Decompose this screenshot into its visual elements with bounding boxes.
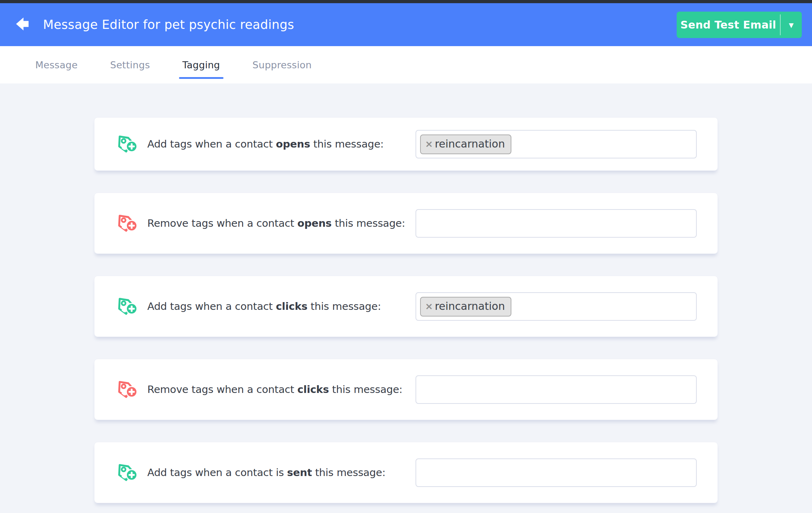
add-tags-on-sent-input[interactable] bbox=[416, 458, 697, 487]
tagging-settings-panel: Add tags when a contact opens this messa… bbox=[94, 83, 718, 503]
tab-bar: Message Settings Tagging Suppression bbox=[0, 46, 812, 83]
tag-remove-icon bbox=[114, 211, 139, 236]
card-add-tags-on-sent: Add tags when a contact is sent this mes… bbox=[94, 442, 718, 503]
chip-remove-icon[interactable]: × bbox=[425, 300, 433, 313]
remove-tags-on-open-input[interactable] bbox=[416, 209, 697, 238]
tag-chip: × reincarnation bbox=[420, 134, 511, 154]
tab-tagging[interactable]: Tagging bbox=[183, 60, 220, 70]
card-label: Add tags when a contact is sent this mes… bbox=[147, 467, 386, 478]
card-label: Remove tags when a contact clicks this m… bbox=[147, 383, 402, 395]
back-button[interactable] bbox=[13, 15, 32, 34]
card-add-tags-on-click: Add tags when a contact clicks this mess… bbox=[94, 276, 718, 337]
tag-remove-icon bbox=[114, 377, 139, 402]
tag-chip: × reincarnation bbox=[420, 297, 511, 317]
chevron-down-icon: ▾ bbox=[789, 19, 794, 30]
tab-settings[interactable]: Settings bbox=[110, 60, 150, 70]
card-remove-tags-on-click: Remove tags when a contact clicks this m… bbox=[94, 359, 718, 420]
tab-tagging-label: Tagging bbox=[183, 60, 220, 70]
tag-add-icon bbox=[114, 294, 139, 319]
tag-add-icon bbox=[114, 460, 139, 485]
card-remove-tags-on-open: Remove tags when a contact opens this me… bbox=[94, 193, 718, 254]
tag-chip-label: reincarnation bbox=[435, 299, 505, 314]
active-tab-underline bbox=[179, 77, 224, 79]
card-label: Add tags when a contact opens this messa… bbox=[147, 138, 384, 150]
card-label: Remove tags when a contact opens this me… bbox=[147, 217, 405, 229]
page-title: Message Editor for pet psychic readings bbox=[43, 18, 294, 32]
chip-remove-icon[interactable]: × bbox=[425, 137, 433, 151]
card-add-tags-on-open: Add tags when a contact opens this messa… bbox=[94, 117, 718, 171]
send-test-email-button[interactable]: Send Test Email bbox=[677, 12, 780, 38]
tab-suppression[interactable]: Suppression bbox=[252, 60, 312, 70]
send-options-caret-button[interactable]: ▾ bbox=[781, 12, 802, 38]
header-bar: Message Editor for pet psychic readings … bbox=[0, 3, 812, 46]
add-tags-on-click-input[interactable]: × reincarnation bbox=[416, 292, 697, 321]
tag-add-icon bbox=[114, 132, 139, 156]
back-arrow-icon bbox=[14, 17, 31, 33]
card-label: Add tags when a contact clicks this mess… bbox=[147, 300, 381, 312]
tag-chip-label: reincarnation bbox=[435, 137, 505, 151]
window-chrome-strip bbox=[0, 0, 812, 3]
tab-message[interactable]: Message bbox=[35, 60, 78, 70]
remove-tags-on-click-input[interactable] bbox=[416, 375, 697, 404]
send-test-email-split-button: Send Test Email ▾ bbox=[677, 12, 802, 38]
add-tags-on-open-input[interactable]: × reincarnation bbox=[416, 130, 697, 158]
